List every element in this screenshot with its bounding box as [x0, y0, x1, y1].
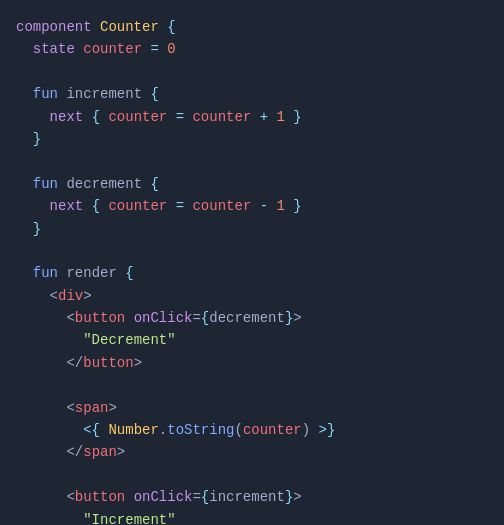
- code-token: counter: [108, 198, 175, 214]
- code-token: ): [302, 422, 319, 438]
- code-token: {: [167, 19, 175, 35]
- code-line: </button>: [16, 352, 488, 374]
- code-token: next: [50, 198, 92, 214]
- code-token: </: [66, 355, 83, 371]
- code-token: [16, 400, 66, 416]
- code-line: fun decrement {: [16, 173, 488, 195]
- code-token: >}: [319, 422, 336, 438]
- code-token: <: [66, 400, 74, 416]
- code-token: >: [117, 444, 125, 460]
- code-token: toString: [167, 422, 234, 438]
- code-token: [16, 489, 66, 505]
- code-token: .: [159, 422, 167, 438]
- code-line: }: [16, 218, 488, 240]
- code-token: Number: [108, 422, 158, 438]
- code-token: onClick: [134, 489, 193, 505]
- code-line: [16, 61, 488, 83]
- code-token: 1: [277, 198, 294, 214]
- code-token: increment: [209, 489, 285, 505]
- code-line: <div>: [16, 285, 488, 307]
- code-line: <button onClick={decrement}>: [16, 307, 488, 329]
- code-token: [16, 332, 83, 348]
- code-token: [16, 86, 33, 102]
- code-token: onClick: [134, 310, 193, 326]
- code-token: }: [293, 109, 301, 125]
- code-line: </span>: [16, 441, 488, 463]
- code-line: <span>: [16, 397, 488, 419]
- code-token: [16, 131, 33, 147]
- code-token: >: [108, 400, 116, 416]
- code-token: counter: [192, 198, 259, 214]
- code-line: component Counter {: [16, 16, 488, 38]
- code-token: </: [66, 444, 83, 460]
- code-token: {: [150, 86, 158, 102]
- code-token: +: [260, 109, 277, 125]
- code-token: =: [150, 41, 167, 57]
- code-token: [16, 512, 83, 525]
- code-token: {: [201, 310, 209, 326]
- code-token: span: [83, 444, 117, 460]
- code-token: >: [293, 310, 301, 326]
- code-token: button: [75, 310, 134, 326]
- code-token: increment: [66, 86, 150, 102]
- code-token: "Decrement": [83, 332, 175, 348]
- code-token: counter: [243, 422, 302, 438]
- code-token: Counter: [100, 19, 167, 35]
- code-token: >: [134, 355, 142, 371]
- code-token: [16, 109, 50, 125]
- code-token: counter: [108, 109, 175, 125]
- code-token: counter: [192, 109, 259, 125]
- code-token: [16, 176, 33, 192]
- code-token: [16, 221, 33, 237]
- code-token: [16, 265, 33, 281]
- code-token: state: [33, 41, 83, 57]
- code-token: {: [125, 265, 133, 281]
- code-token: {: [92, 198, 109, 214]
- code-token: [16, 288, 50, 304]
- code-line: [16, 464, 488, 486]
- code-line: <button onClick={increment}>: [16, 486, 488, 508]
- code-token: }: [33, 221, 41, 237]
- code-token: =: [192, 310, 200, 326]
- code-token: fun: [33, 176, 67, 192]
- code-line: fun increment {: [16, 83, 488, 105]
- code-token: render: [66, 265, 125, 281]
- code-token: >: [83, 288, 91, 304]
- code-token: button: [75, 489, 134, 505]
- code-token: [16, 422, 83, 438]
- code-token: [16, 41, 33, 57]
- code-token: <: [66, 310, 74, 326]
- code-token: decrement: [209, 310, 285, 326]
- code-token: }: [293, 198, 301, 214]
- code-token: span: [75, 400, 109, 416]
- code-token: {: [92, 109, 109, 125]
- code-token: }: [33, 131, 41, 147]
- code-line: state counter = 0: [16, 38, 488, 60]
- code-token: <: [50, 288, 58, 304]
- code-line: [16, 374, 488, 396]
- code-editor: component Counter { state counter = 0 fu…: [0, 0, 504, 525]
- code-token: 1: [277, 109, 294, 125]
- code-token: [16, 355, 66, 371]
- code-token: 0: [167, 41, 175, 57]
- code-token: <: [66, 489, 74, 505]
- code-line: "Decrement": [16, 329, 488, 351]
- code-token: "Increment": [83, 512, 175, 525]
- code-token: =: [176, 198, 193, 214]
- code-line: [16, 150, 488, 172]
- code-line: next { counter = counter + 1 }: [16, 106, 488, 128]
- code-token: <{: [83, 422, 108, 438]
- code-token: button: [83, 355, 133, 371]
- code-token: component: [16, 19, 100, 35]
- code-line: fun render {: [16, 262, 488, 284]
- code-token: =: [176, 109, 193, 125]
- code-token: next: [50, 109, 92, 125]
- code-token: =: [192, 489, 200, 505]
- code-token: fun: [33, 265, 67, 281]
- code-token: (: [234, 422, 242, 438]
- code-line: <{ Number.toString(counter) >}: [16, 419, 488, 441]
- code-token: div: [58, 288, 83, 304]
- code-token: fun: [33, 86, 67, 102]
- code-token: decrement: [66, 176, 150, 192]
- code-token: [16, 198, 50, 214]
